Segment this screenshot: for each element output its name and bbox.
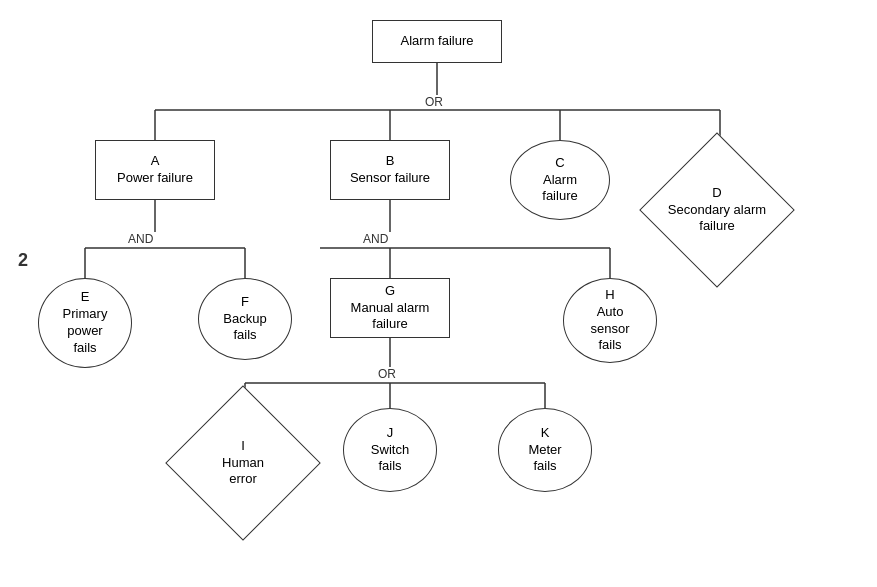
node-H-label: H Auto sensor fails — [590, 287, 629, 355]
node-C-label: C Alarm failure — [542, 155, 577, 206]
node-K-label: K Meter fails — [528, 425, 561, 476]
node-I: IHumanerror — [188, 408, 298, 518]
node-K: K Meter fails — [498, 408, 592, 492]
node-F-label: F Backup fails — [223, 294, 266, 345]
node-D: DSecondary alarmfailure — [662, 155, 772, 265]
or1-label: OR — [425, 95, 443, 109]
node-G: G Manual alarm failure — [330, 278, 450, 338]
node-G-label: G Manual alarm failure — [351, 283, 430, 334]
page-number: 2 — [18, 250, 28, 271]
node-D-label: DSecondary alarmfailure — [668, 185, 766, 236]
node-E: E Primary power fails — [38, 278, 132, 368]
node-F: F Backup fails — [198, 278, 292, 360]
node-J-label: J Switch fails — [371, 425, 409, 476]
or2-label: OR — [378, 367, 396, 381]
node-A: A Power failure — [95, 140, 215, 200]
node-root-label: Alarm failure — [401, 33, 474, 50]
and2-label: AND — [363, 232, 388, 246]
node-A-label: A Power failure — [117, 153, 193, 187]
node-root: Alarm failure — [372, 20, 502, 63]
node-J: J Switch fails — [343, 408, 437, 492]
node-C: C Alarm failure — [510, 140, 610, 220]
fault-tree-diagram: Alarm failure OR A Power failure B Senso… — [0, 0, 877, 587]
node-E-label: E Primary power fails — [63, 289, 108, 357]
and1-label: AND — [128, 232, 153, 246]
node-B-label: B Sensor failure — [350, 153, 430, 187]
node-B: B Sensor failure — [330, 140, 450, 200]
node-H: H Auto sensor fails — [563, 278, 657, 363]
node-I-label: IHumanerror — [222, 438, 264, 489]
